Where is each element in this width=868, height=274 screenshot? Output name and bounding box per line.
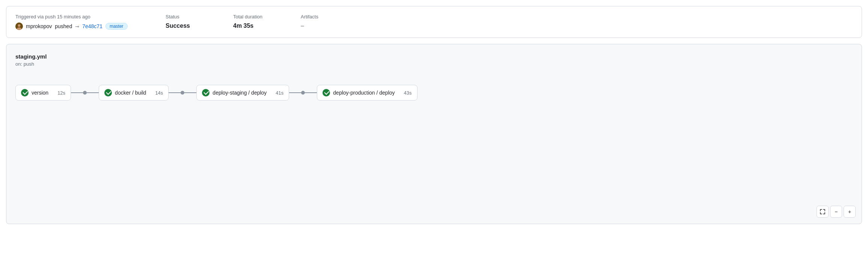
svg-point-1 [18, 24, 21, 27]
connector [169, 91, 196, 95]
job-name: docker / build [115, 90, 146, 96]
connector [71, 91, 99, 95]
connector-dot [301, 91, 305, 95]
workflow-card: staging.yml on: push version12sdocker / … [6, 44, 862, 224]
success-icon [104, 89, 112, 96]
status-section: Status Success [166, 14, 233, 29]
trigger-section: Triggered via push 15 minutes ago mproko… [15, 14, 166, 30]
connector-line [305, 92, 317, 93]
job-box[interactable]: version12s [15, 85, 71, 101]
connector-line [87, 92, 99, 93]
success-icon [202, 89, 209, 96]
success-icon [21, 89, 29, 96]
job-name: deploy-production / deploy [333, 90, 395, 96]
job-name: deploy-staging / deploy [212, 90, 267, 96]
info-card: Triggered via push 15 minutes ago mproko… [6, 6, 862, 38]
job-duration: 14s [155, 90, 163, 96]
connector [289, 91, 317, 95]
branch-badge[interactable]: master [105, 23, 128, 30]
zoom-out-button[interactable]: − [830, 206, 842, 218]
duration-value: 4m 35s [233, 23, 289, 29]
job-name: version [32, 90, 48, 96]
expand-button[interactable] [817, 206, 829, 218]
connector-line [184, 92, 196, 93]
expand-icon [820, 209, 825, 214]
zoom-in-button[interactable]: + [844, 206, 856, 218]
connector-dot [83, 91, 87, 95]
job-box[interactable]: deploy-staging / deploy41s [196, 85, 289, 101]
controls: − + [817, 206, 856, 218]
status-label: Status [166, 14, 221, 20]
zoom-out-icon: − [835, 209, 838, 215]
artifacts-section: Artifacts – [301, 14, 368, 29]
pushed-label: pushed [55, 23, 72, 29]
git-commit-icon: ⊸ [75, 24, 79, 29]
artifacts-label: Artifacts [301, 14, 356, 20]
workflow-title: staging.yml [15, 53, 853, 60]
connector-dot [181, 91, 184, 95]
trigger-details: mprokopov pushed ⊸ 7e48c71 master [15, 23, 166, 30]
job-box[interactable]: deploy-production / deploy43s [317, 85, 417, 101]
commit-hash[interactable]: 7e48c71 [82, 23, 102, 29]
duration-label: Total duration [233, 14, 289, 20]
job-duration: 12s [57, 90, 65, 96]
duration-section: Total duration 4m 35s [233, 14, 301, 29]
job-duration: 41s [276, 90, 283, 96]
status-value: Success [166, 23, 221, 29]
zoom-in-icon: + [848, 209, 851, 215]
avatar [15, 23, 23, 30]
job-duration: 43s [404, 90, 412, 96]
workflow-trigger: on: push [15, 61, 853, 67]
connector-line [169, 92, 181, 93]
username: mprokopov [26, 23, 52, 29]
connector-line [289, 92, 301, 93]
success-icon [322, 89, 330, 96]
job-box[interactable]: docker / build14s [99, 85, 169, 101]
artifacts-value: – [301, 23, 356, 29]
connector-line [71, 92, 83, 93]
trigger-label: Triggered via push 15 minutes ago [15, 14, 166, 20]
pipeline: version12sdocker / build14sdeploy-stagin… [15, 85, 853, 101]
